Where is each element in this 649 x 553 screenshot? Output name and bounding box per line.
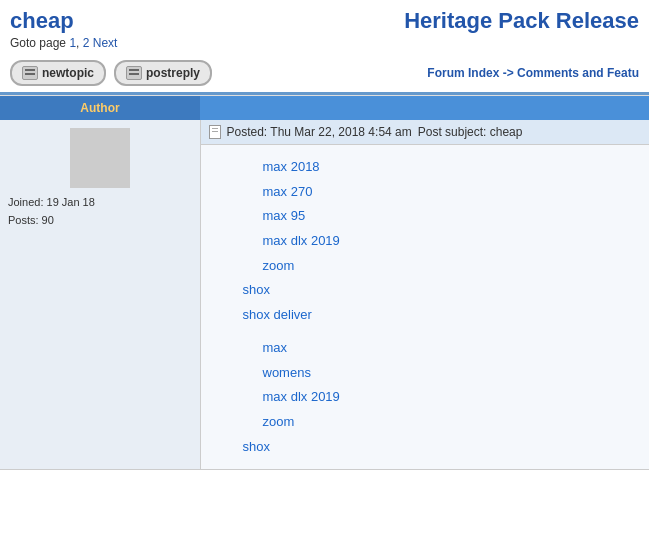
author-posts: Posts: 90: [8, 212, 192, 230]
site-title[interactable]: cheap: [10, 8, 74, 33]
toolbar: newtopic postreply Forum Index -> Commen…: [0, 54, 649, 92]
page-link-1[interactable]: 1: [69, 36, 76, 50]
avatar: [70, 128, 130, 188]
post-line-4: max dlx 2019: [213, 229, 638, 254]
forum-table: Author Joined: 19 Jan 18 Posts: 90 Poste…: [0, 96, 649, 470]
post-line-11: zoom: [213, 410, 638, 435]
table-row: Joined: 19 Jan 18 Posts: 90 Posted: Thu …: [0, 120, 649, 470]
author-cell: Joined: 19 Jan 18 Posts: 90: [0, 120, 200, 470]
post-body: max 2018 max 270 max 95 max dlx 2019 zoo…: [201, 145, 650, 469]
page-title: Heritage Pack Release: [404, 8, 639, 34]
next-link[interactable]: Next: [93, 36, 118, 50]
post-line-7: shox deliver: [213, 303, 638, 328]
post-line-5: zoom: [213, 254, 638, 279]
post-doc-icon: [209, 125, 221, 139]
goto-label: Goto page: [10, 36, 66, 50]
author-meta: Joined: 19 Jan 18 Posts: 90: [8, 194, 192, 229]
post-line-12: shox: [213, 435, 638, 460]
content-cell: Posted: Thu Mar 22, 2018 4:54 am Post su…: [200, 120, 649, 470]
post-reply-button[interactable]: postreply: [114, 60, 212, 86]
author-joined: Joined: 19 Jan 18: [8, 194, 192, 212]
header-left: cheap Goto page 1, 2 Next: [10, 8, 117, 50]
post-line-9: womens: [213, 361, 638, 386]
post-line-10: max dlx 2019: [213, 385, 638, 410]
post-reply-label: postreply: [146, 66, 200, 80]
toolbar-buttons: newtopic postreply: [10, 60, 212, 86]
table-header-row: Author: [0, 96, 649, 120]
post-line-1: max 2018: [213, 155, 638, 180]
post-date: Posted: Thu Mar 22, 2018 4:54 am: [227, 125, 412, 139]
content-column-header: [200, 96, 649, 120]
post-reply-icon: [126, 66, 142, 80]
post-line-6: shox: [213, 278, 638, 303]
post-spacer: [213, 328, 638, 336]
page-header: cheap Goto page 1, 2 Next Heritage Pack …: [0, 0, 649, 54]
page-link-2[interactable]: 2: [83, 36, 90, 50]
new-topic-button[interactable]: newtopic: [10, 60, 106, 86]
new-topic-label: newtopic: [42, 66, 94, 80]
header-right: Heritage Pack Release: [404, 8, 639, 34]
goto-line: Goto page 1, 2 Next: [10, 36, 117, 50]
post-line-2: max 270: [213, 180, 638, 205]
post-subject: Post subject: cheap: [418, 125, 523, 139]
author-column-header: Author: [0, 96, 200, 120]
post-line-8: max: [213, 336, 638, 361]
breadcrumb: Forum Index -> Comments and Featu: [427, 66, 639, 80]
post-header: Posted: Thu Mar 22, 2018 4:54 am Post su…: [201, 120, 650, 145]
post-line-3: max 95: [213, 204, 638, 229]
new-topic-icon: [22, 66, 38, 80]
